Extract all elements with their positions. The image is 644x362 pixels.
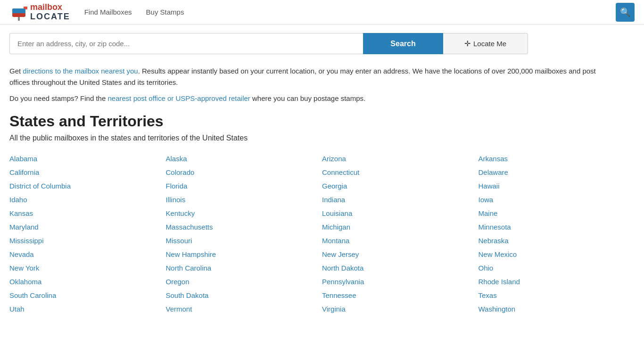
search-section: Search ✛ Locate Me xyxy=(0,25,644,59)
header-search-button[interactable]: 🔍 xyxy=(616,3,635,22)
states-grid: AlabamaAlaskaArizonaArkansasCaliforniaCo… xyxy=(9,152,635,316)
svg-rect-4 xyxy=(18,17,20,21)
svg-rect-6 xyxy=(12,11,25,13)
stamps-intro: Do you need stamps? Find the xyxy=(9,94,107,102)
site-header: mailbox LOCATE Find Mailboxes Buy Stamps… xyxy=(0,0,644,25)
state-link[interactable]: California xyxy=(9,165,166,179)
state-link[interactable]: New Mexico xyxy=(479,247,635,261)
state-link[interactable]: Nevada xyxy=(9,247,166,261)
state-link[interactable]: Arizona xyxy=(322,152,479,165)
mailbox-icon xyxy=(9,2,30,23)
state-link[interactable]: Vermont xyxy=(166,302,322,316)
state-link[interactable]: Tennessee xyxy=(322,288,479,302)
state-link[interactable]: Rhode Island xyxy=(479,275,635,288)
state-link[interactable]: Oregon xyxy=(166,275,322,288)
state-link[interactable]: Minnesota xyxy=(479,220,635,234)
state-link[interactable]: Idaho xyxy=(9,193,166,206)
state-link[interactable]: Illinois xyxy=(166,193,322,206)
state-link[interactable]: Georgia xyxy=(322,179,479,193)
logo-text: mailbox LOCATE xyxy=(30,3,70,22)
description-paragraph: Get directions to the mailbox nearest yo… xyxy=(0,59,613,88)
crosshair-icon: ✛ xyxy=(464,39,471,48)
state-link[interactable]: South Dakota xyxy=(166,288,322,302)
state-link[interactable]: South Carolina xyxy=(9,288,166,302)
state-link[interactable]: Mississippi xyxy=(9,234,166,247)
state-link[interactable]: Delaware xyxy=(479,165,635,179)
state-link[interactable]: New York xyxy=(9,261,166,275)
state-link[interactable]: Louisiana xyxy=(322,206,479,220)
state-link[interactable]: Iowa xyxy=(479,193,635,206)
state-link[interactable]: Ohio xyxy=(479,261,635,275)
state-link[interactable]: Montana xyxy=(322,234,479,247)
state-link[interactable]: Virginia xyxy=(322,302,479,316)
state-link[interactable]: Alaska xyxy=(166,152,322,165)
state-link[interactable]: Alabama xyxy=(9,152,166,165)
state-link[interactable]: Michigan xyxy=(322,220,479,234)
state-link[interactable]: Texas xyxy=(479,288,635,302)
state-link[interactable]: Maine xyxy=(479,206,635,220)
logo-mail-text: mailbox xyxy=(30,3,70,12)
nav-find-mailboxes[interactable]: Find Mailboxes xyxy=(84,8,132,16)
state-link[interactable]: Pennsylvania xyxy=(322,275,479,288)
locate-me-label: Locate Me xyxy=(473,40,506,48)
state-link[interactable]: New Jersey xyxy=(322,247,479,261)
states-heading: States and Territories xyxy=(9,113,635,130)
locate-me-button[interactable]: ✛ Locate Me xyxy=(443,33,528,54)
state-link[interactable]: Arkansas xyxy=(479,152,635,165)
state-link[interactable]: New Hampshire xyxy=(166,247,322,261)
state-link[interactable]: Kentucky xyxy=(166,206,322,220)
state-link[interactable]: Connecticut xyxy=(322,165,479,179)
search-row: Search ✛ Locate Me xyxy=(9,33,528,54)
state-link[interactable]: Washington xyxy=(479,302,635,316)
state-link[interactable]: Colorado xyxy=(166,165,322,179)
directions-link[interactable]: directions to the mailbox nearest you xyxy=(23,67,138,75)
state-link[interactable]: North Carolina xyxy=(166,261,322,275)
logo[interactable]: mailbox LOCATE xyxy=(9,2,70,23)
address-input[interactable] xyxy=(9,33,363,54)
states-subheading: All the public mailboxes in the states a… xyxy=(9,134,635,142)
state-link[interactable]: Missouri xyxy=(166,234,322,247)
state-link[interactable]: Nebraska xyxy=(479,234,635,247)
main-nav: Find Mailboxes Buy Stamps xyxy=(84,8,616,16)
state-link[interactable]: Florida xyxy=(166,179,322,193)
state-link[interactable]: Kansas xyxy=(9,206,166,220)
state-link[interactable]: District of Columbia xyxy=(9,179,166,193)
state-link[interactable]: North Dakota xyxy=(322,261,479,275)
nav-buy-stamps[interactable]: Buy Stamps xyxy=(146,8,184,16)
desc-intro: Get xyxy=(9,67,23,75)
logo-locate-text: LOCATE xyxy=(30,12,70,22)
stamps-paragraph: Do you need stamps? Find the nearest pos… xyxy=(0,88,644,104)
state-link[interactable]: Massachusetts xyxy=(166,220,322,234)
state-link[interactable]: Hawaii xyxy=(479,179,635,193)
state-link[interactable]: Maryland xyxy=(9,220,166,234)
stamps-link[interactable]: nearest post office or USPS-approved ret… xyxy=(107,94,250,102)
stamps-text: where you can buy postage stamps. xyxy=(250,94,365,102)
states-section: States and Territories All the public ma… xyxy=(0,104,644,325)
search-button[interactable]: Search xyxy=(363,33,443,54)
state-link[interactable]: Utah xyxy=(9,302,166,316)
state-link[interactable]: Indiana xyxy=(322,193,479,206)
header-search-icon: 🔍 xyxy=(620,7,630,17)
state-link[interactable]: Oklahoma xyxy=(9,275,166,288)
